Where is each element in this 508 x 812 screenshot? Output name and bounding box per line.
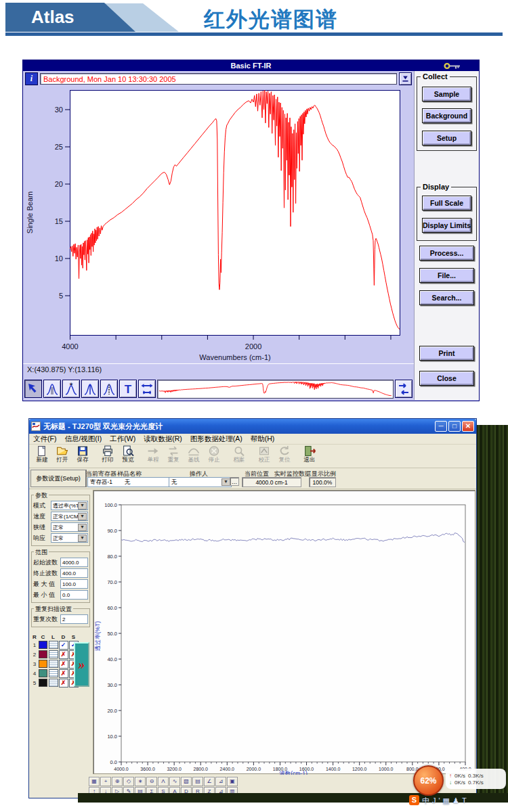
- graph-tool-grid-button[interactable]: ▦: [89, 777, 100, 786]
- toolbar-open-button[interactable]: 打开: [52, 445, 72, 463]
- spectrum-dropdown-button[interactable]: [399, 72, 412, 85]
- background-button[interactable]: Background: [422, 108, 471, 123]
- range-row-3-field[interactable]: 0.0: [60, 590, 88, 600]
- upload-now: 0K/s: [454, 773, 465, 779]
- minimize-button[interactable]: ─: [435, 421, 447, 432]
- range-row-0-field[interactable]: 4000.0: [60, 558, 88, 567]
- print-button[interactable]: Print: [419, 346, 474, 361]
- combo-arrow-icon[interactable]: ▼: [78, 535, 87, 542]
- range-row-1-field[interactable]: 400.0: [60, 568, 88, 578]
- select-cursor-button[interactable]: [24, 380, 42, 398]
- d-checkbox[interactable]: ✗: [59, 650, 68, 659]
- tj270-titlebar[interactable]: 无标题 - TJ270型 双光束分光光度计 ─ □ ✕: [29, 419, 476, 434]
- d-checkbox[interactable]: ✗: [59, 669, 68, 678]
- ime-icon-0[interactable]: 中: [422, 796, 429, 806]
- peak-width-button[interactable]: [100, 380, 118, 398]
- color-swatch[interactable]: [39, 650, 47, 658]
- color-swatch[interactable]: [39, 660, 47, 668]
- register-combo[interactable]: 寄存器-1 无: [87, 477, 171, 487]
- menu-item-5[interactable]: 帮助(H): [251, 434, 275, 444]
- graph-tool-angle-button[interactable]: ∠: [204, 777, 215, 786]
- graph-tool-overlay-button[interactable]: ▧: [181, 777, 192, 786]
- tab-setup[interactable]: 参数设置(Setup): [30, 470, 87, 487]
- spectrum-info-field[interactable]: Background, Mon Jan 10 13:30:30 2005: [40, 73, 397, 85]
- menu-item-0[interactable]: 文件(F): [33, 434, 56, 444]
- graph-tool-table-button[interactable]: ▤: [192, 777, 203, 786]
- toolbar-print-button[interactable]: 打印: [98, 445, 118, 463]
- color-swatch[interactable]: [39, 641, 47, 649]
- toolbar-save-button[interactable]: 保存: [72, 445, 93, 463]
- ime-icon-2[interactable]: ': [439, 796, 440, 806]
- maximize-button[interactable]: □: [448, 421, 461, 432]
- svg-text:2000.0: 2000.0: [247, 767, 261, 771]
- browse-button[interactable]: …: [230, 477, 239, 486]
- network-monitor-badge[interactable]: 62%: [413, 765, 444, 796]
- graph-tool-marker-button[interactable]: ◇: [123, 777, 134, 786]
- graph-tool-zoom-in-button[interactable]: ⊕: [112, 777, 123, 786]
- list-icon[interactable]: [49, 669, 58, 677]
- text-tool-button[interactable]: T: [119, 380, 137, 398]
- scan-go-button[interactable]: »: [74, 642, 89, 687]
- range-row-2-field[interactable]: 100.0: [60, 579, 88, 589]
- graph-tool-crosshair-button[interactable]: +: [100, 777, 111, 786]
- ftir-titlebar[interactable]: Basic FT-IR: [23, 60, 479, 71]
- param-row-2-field[interactable]: 正常▼: [51, 522, 88, 532]
- list-icon[interactable]: [49, 660, 58, 668]
- list-icon[interactable]: [49, 679, 58, 687]
- operator-combo[interactable]: 无 ▼: [169, 477, 232, 487]
- display-limits-button[interactable]: Display Limits: [422, 218, 471, 233]
- menu-item-2[interactable]: 工作(W): [110, 434, 135, 444]
- ftir-spectrum-chart[interactable]: 5101520253040002000Wavenumbers (cm-1)Sin…: [23, 87, 414, 363]
- param-row-1-field[interactable]: 正常(1/CM)▼: [51, 512, 88, 521]
- sample-button[interactable]: Sample: [422, 87, 471, 102]
- list-icon[interactable]: [49, 641, 58, 649]
- peak-area-button[interactable]: [43, 380, 61, 398]
- pan-arrows-button[interactable]: [395, 380, 412, 398]
- close-button[interactable]: Close: [419, 371, 474, 386]
- toolbar-exit-button[interactable]: 退出: [299, 445, 320, 463]
- color-swatch[interactable]: [39, 679, 47, 687]
- graph-tool-slope-button[interactable]: ⊿: [215, 777, 226, 786]
- graph-tool-trace-button[interactable]: ∿: [169, 777, 180, 786]
- color-swatch[interactable]: [39, 669, 47, 677]
- file-button[interactable]: File...: [419, 268, 474, 283]
- d-checkbox[interactable]: ✗: [59, 679, 68, 687]
- combo-arrow-icon[interactable]: ▼: [78, 513, 87, 520]
- setup-button[interactable]: Setup: [422, 131, 471, 145]
- spectrum-overview-strip[interactable]: [157, 380, 394, 399]
- repeat-row-0-field[interactable]: 2: [60, 614, 88, 624]
- graph-tool-report-button[interactable]: ▣: [227, 777, 238, 786]
- d-checkbox[interactable]: ✗: [59, 660, 68, 669]
- param-row-3-field[interactable]: 正常▼: [51, 533, 88, 543]
- graph-tool-peak-button[interactable]: Λ: [158, 777, 169, 786]
- fit-x-button[interactable]: [138, 380, 156, 398]
- graph-tool-star-button[interactable]: ∗: [135, 777, 146, 786]
- search-button[interactable]: Search...: [419, 290, 474, 305]
- tj-monitor-chart[interactable]: 100.090.080.070.060.050.040.030.020.010.…: [93, 491, 475, 775]
- info-button[interactable]: i: [25, 72, 38, 85]
- toolbar-new-button[interactable]: 新建: [32, 445, 52, 463]
- combo-arrow-icon[interactable]: ▼: [78, 502, 87, 510]
- menu-item-4[interactable]: 图形数据处理(A): [190, 434, 242, 444]
- ime-icon-3[interactable]: ▦: [443, 796, 450, 806]
- menu-item-3[interactable]: 读取数据(R): [144, 434, 182, 444]
- graph-tool-zoom-out-button[interactable]: ⊖: [146, 777, 157, 786]
- ime-icon-1[interactable]: J: [432, 796, 436, 806]
- ftir-main-area: i Background, Mon Jan 10 13:30:30 2005 5…: [23, 71, 414, 400]
- param-row-0-field[interactable]: 透过率(%T)▼: [51, 501, 88, 510]
- process-button[interactable]: Process...: [419, 246, 474, 261]
- toolbar-preview-button[interactable]: 预览: [118, 445, 138, 463]
- ime-icon-4[interactable]: ♟: [452, 796, 459, 806]
- menu-item-1[interactable]: 信息/视图(I): [64, 434, 102, 444]
- list-icon[interactable]: [49, 650, 58, 658]
- peak-pick-button[interactable]: ✶: [62, 380, 80, 398]
- ime-logo-icon[interactable]: S: [409, 795, 419, 805]
- svg-text:30.0: 30.0: [107, 682, 117, 688]
- close-button[interactable]: ✕: [462, 421, 474, 432]
- full-scale-button[interactable]: Full Scale: [422, 196, 471, 210]
- peak-height-button[interactable]: [81, 380, 99, 398]
- d-checkbox[interactable]: ✓: [59, 641, 68, 650]
- ime-icon-5[interactable]: T: [462, 796, 467, 806]
- combo-arrow-icon[interactable]: ▼: [78, 524, 87, 531]
- baseline-icon: [187, 445, 200, 457]
